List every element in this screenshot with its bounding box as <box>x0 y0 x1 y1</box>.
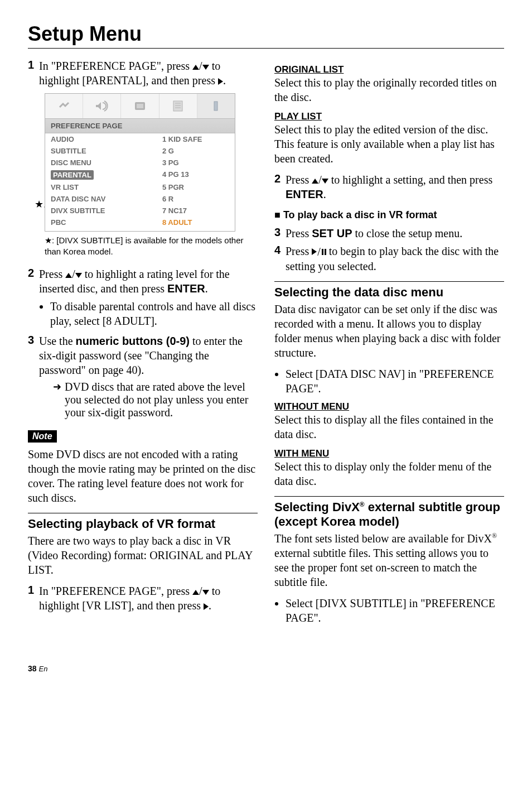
registered-icon: ® <box>492 532 497 540</box>
svg-rect-6 <box>214 102 217 110</box>
page-language: En <box>38 665 47 673</box>
menu-screenshot: ★...... PREFERENCE PAGE AUDIO1 KID SAFE … <box>35 93 258 232</box>
menu-row-parental: PARENTAL4 PG 13 <box>45 169 235 181</box>
star-marker: ★...... <box>35 93 45 210</box>
result-arrow-item: ➜ DVD discs that are rated above the lev… <box>53 381 258 419</box>
subhead-vr-format: Selecting playback of VR format <box>28 513 258 531</box>
original-list-head: ORIGINAL LIST <box>274 64 504 75</box>
registered-icon: ® <box>360 501 365 508</box>
page-title: Setup Menu <box>28 22 504 46</box>
without-menu-body: Select this to display all the files con… <box>274 412 504 441</box>
right-step-3: 3 Press SET UP to close the setup menu. <box>274 226 504 241</box>
vr-body: There are two ways to play back a disc i… <box>28 533 258 577</box>
menu-row-subtitle: SUBTITLE2 G <box>45 145 235 157</box>
step-body: Press / to highlight a setting, and then… <box>286 172 504 201</box>
svg-rect-1 <box>137 104 143 108</box>
data-disc-body: Data disc navigator can be set only if t… <box>274 302 504 360</box>
step-number: 1 <box>28 584 39 613</box>
bullet-list: Select [DATA DISC NAV] in "PREFERENCE PA… <box>286 367 504 396</box>
left-column: 1 In "PREFERENCE PAGE", press / to highl… <box>28 59 258 631</box>
menu-row-pbc: PBC8 ADULT <box>45 217 235 231</box>
subhead-divx: Selecting DivX® external subtitle group … <box>274 496 504 529</box>
result-text: DVD discs that are rated above the level… <box>65 381 258 419</box>
original-list-body: Select this to play the originally recor… <box>274 75 504 104</box>
bullet-list: To disable parental controls and have al… <box>50 299 258 328</box>
step-number: 3 <box>28 334 39 377</box>
menu-row-disc-menu: DISC MENU3 PG <box>45 157 235 169</box>
step-body: Press / to begin to play back the disc w… <box>286 244 504 273</box>
subhead-data-disc: Selecting the data disc menu <box>274 281 504 300</box>
play-list-body: Select this to play the edited version o… <box>274 122 504 166</box>
tab-video-icon <box>121 94 159 118</box>
without-menu-head: WITHOUT MENU <box>274 401 504 412</box>
step-number: 1 <box>28 59 39 88</box>
divx-body: The font sets listed below are available… <box>274 531 504 589</box>
tab-preference-icon <box>197 94 235 118</box>
svg-rect-2 <box>173 101 182 111</box>
list-item: Select [DIVX SUBTITLE] in "PREFERENCE PA… <box>286 596 504 625</box>
play-list-head: PLAY LIST <box>274 111 504 122</box>
menu-header: PREFERENCE PAGE <box>45 118 235 133</box>
step-1: 1 In "PREFERENCE PAGE", press / to highl… <box>28 59 258 88</box>
step-number: 2 <box>28 267 39 296</box>
note-label: Note <box>28 430 57 443</box>
tab-audio-icon <box>83 94 121 118</box>
step-number: 4 <box>274 244 286 273</box>
vr-step-1: 1 In "PREFERENCE PAGE", press / to highl… <box>28 584 258 613</box>
menu-tab-bar <box>45 94 235 118</box>
list-item: Select [DATA DISC NAV] in "PREFERENCE PA… <box>286 367 504 396</box>
step-2: 2 Press / to highlight a rating level fo… <box>28 267 258 296</box>
menu-row-vr-list: VR LIST5 PGR <box>45 181 235 193</box>
step-number: 2 <box>274 172 286 201</box>
right-step-4: 4 Press / to begin to play back the disc… <box>274 244 504 273</box>
step-body: Press SET UP to close the setup menu. <box>286 226 504 241</box>
page-footer: 38 En <box>28 664 504 673</box>
arrow-icon: ➜ <box>53 381 61 419</box>
two-column-layout: 1 In "PREFERENCE PAGE", press / to highl… <box>28 59 504 631</box>
square-bullet-line: ■ To play back a disc in VR format <box>274 207 504 222</box>
list-item: To disable parental controls and have al… <box>50 299 258 328</box>
tab-general-icon <box>45 94 83 118</box>
step-body: In "PREFERENCE PAGE", press / to highlig… <box>39 59 258 88</box>
menu-row-audio: AUDIO1 KID SAFE <box>45 133 235 145</box>
tab-list-icon <box>159 94 197 118</box>
page-number: 38 <box>28 664 37 673</box>
step-body: In "PREFERENCE PAGE", press / to highlig… <box>39 584 258 613</box>
step-body: Press / to highlight a rating level for … <box>39 267 258 296</box>
preference-page-menu: PREFERENCE PAGE AUDIO1 KID SAFE SUBTITLE… <box>45 93 235 232</box>
with-menu-body: Select this to display only the folder m… <box>274 459 504 488</box>
with-menu-head: WITH MENU <box>274 448 504 459</box>
menu-row-divx-subtitle: DIVX SUBTITLE7 NC17 <box>45 205 235 217</box>
right-column: ORIGINAL LIST Select this to play the or… <box>274 59 504 631</box>
step-body: Use the numeric buttons (0-9) to enter t… <box>39 334 258 377</box>
right-step-2: 2 Press / to highlight a setting, and th… <box>274 172 504 201</box>
note-body: Some DVD discs are not encoded with a ra… <box>28 447 258 505</box>
title-rule <box>28 48 504 49</box>
menu-row-data-disc-nav: DATA DISC NAV6 R <box>45 193 235 205</box>
star-caption: ★: [DIVX SUBTITLE] is available for the … <box>45 235 258 257</box>
square-icon: ■ <box>274 209 280 220</box>
step-number: 3 <box>274 226 286 241</box>
step-3: 3 Use the numeric buttons (0-9) to enter… <box>28 334 258 377</box>
bullet-list: Select [DIVX SUBTITLE] in "PREFERENCE PA… <box>286 596 504 625</box>
